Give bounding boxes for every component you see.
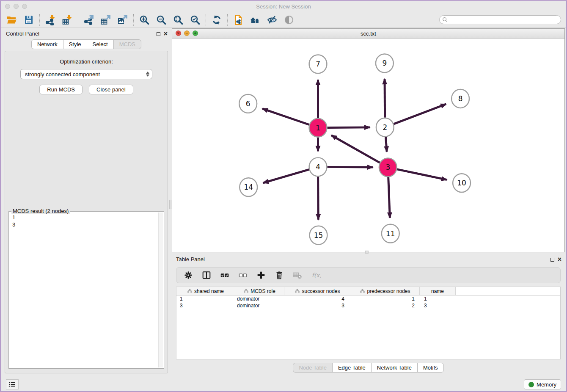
network-minimize-icon[interactable]: − xyxy=(184,30,190,36)
tab-select[interactable]: Select xyxy=(87,39,114,49)
tab-network[interactable]: Network xyxy=(31,39,63,49)
hide-selected-icon[interactable] xyxy=(266,14,278,26)
graph-node-15[interactable]: 15 xyxy=(310,226,328,245)
optimization-criterion-select[interactable]: strongly connected component xyxy=(20,69,152,79)
open-session-icon[interactable] xyxy=(6,14,18,26)
edge-3-11[interactable] xyxy=(388,177,390,218)
table-tab-network-table[interactable]: Network Table xyxy=(371,363,418,373)
table-cell[interactable]: dominator xyxy=(235,302,284,309)
graph-node-7[interactable]: 7 xyxy=(309,55,327,73)
export-table-icon[interactable] xyxy=(100,14,112,26)
edge-2-9[interactable] xyxy=(385,79,385,118)
refresh-view-icon[interactable] xyxy=(211,14,223,26)
column-header-successor-nodes[interactable]: successor nodes xyxy=(284,287,351,295)
run-mcds-button[interactable]: Run MCDS xyxy=(39,85,83,94)
table-cell[interactable]: 2 xyxy=(351,302,420,309)
float-table-panel-icon[interactable] xyxy=(550,258,554,262)
zoom-out-icon[interactable] xyxy=(155,14,167,26)
edge-4-15[interactable] xyxy=(318,177,319,220)
edge-3-1[interactable] xyxy=(331,135,380,163)
table-tab-node-table[interactable]: Node Table xyxy=(293,363,333,373)
delete-column-icon[interactable] xyxy=(274,270,285,281)
edge-1-6[interactable] xyxy=(262,109,309,125)
edge-1-2[interactable] xyxy=(327,127,370,128)
graph-node-3[interactable]: 3 xyxy=(379,158,397,177)
main-toolbar xyxy=(1,12,566,28)
save-session-icon[interactable] xyxy=(23,14,35,26)
table-cell[interactable]: 3 xyxy=(176,302,235,309)
graph-node-4[interactable]: 4 xyxy=(309,157,327,176)
export-image-icon[interactable] xyxy=(117,14,129,26)
table-cell[interactable]: 1 xyxy=(351,295,420,302)
graph-node-6[interactable]: 6 xyxy=(239,94,257,113)
minimize-window-icon[interactable] xyxy=(14,4,19,9)
task-history-button[interactable] xyxy=(6,379,19,389)
graph-node-10[interactable]: 10 xyxy=(453,174,471,192)
table-cell[interactable]: 3 xyxy=(284,302,351,309)
import-table-icon[interactable] xyxy=(61,14,73,26)
show-hidden-icon[interactable] xyxy=(283,14,295,26)
network-close-icon[interactable]: × xyxy=(176,30,181,36)
zoom-selected-icon[interactable] xyxy=(189,14,201,26)
delete-table-icon xyxy=(292,270,303,281)
edge-2-3[interactable] xyxy=(386,137,387,152)
table-header-row: shared nameMCDS rolesuccessor nodesprede… xyxy=(176,287,560,295)
graph-node-8[interactable]: 8 xyxy=(451,89,469,108)
splitter-grip-horizontal[interactable] xyxy=(365,251,369,254)
splitter-grip-vertical[interactable] xyxy=(169,200,172,209)
table-row[interactable]: 3dominator323 xyxy=(176,302,560,309)
table-cell[interactable]: dominator xyxy=(235,295,284,302)
close-table-panel-icon[interactable]: × xyxy=(558,257,561,262)
import-network-icon[interactable] xyxy=(44,14,56,26)
close-panel-button[interactable]: Close panel xyxy=(89,85,133,94)
maximize-window-icon[interactable] xyxy=(22,4,27,9)
graph-node-11[interactable]: 11 xyxy=(382,224,399,243)
network-maximize-icon[interactable]: + xyxy=(193,30,198,36)
list-icon xyxy=(8,380,17,389)
search-input[interactable] xyxy=(439,15,561,24)
edge-2-8[interactable] xyxy=(394,104,446,124)
network-graph[interactable]: 1234678910111415 xyxy=(172,39,564,252)
export-network-icon[interactable] xyxy=(83,14,95,26)
settings-icon[interactable] xyxy=(183,270,194,281)
deselect-all-icon[interactable] xyxy=(237,270,248,281)
graph-node-14[interactable]: 14 xyxy=(239,178,257,196)
svg-text:1: 1 xyxy=(316,124,320,132)
tab-mcds[interactable]: MCDS xyxy=(113,39,141,49)
search-box xyxy=(439,15,561,24)
window-traffic-lights[interactable] xyxy=(5,4,27,9)
select-all-icon[interactable] xyxy=(219,270,230,281)
edge-4-14[interactable] xyxy=(263,169,309,183)
table-tab-motifs[interactable]: Motifs xyxy=(417,363,444,373)
mcds-result-text[interactable]: 1 3 xyxy=(10,213,158,367)
zoom-in-icon[interactable] xyxy=(138,14,150,26)
edge-4-3[interactable] xyxy=(327,167,373,167)
close-window-icon[interactable] xyxy=(5,4,10,9)
duplicate-network-icon[interactable] xyxy=(232,14,244,26)
add-column-icon[interactable] xyxy=(256,270,267,281)
graph-node-2[interactable]: 2 xyxy=(376,118,394,137)
table-cell[interactable]: 1 xyxy=(420,295,456,302)
first-neighbors-icon[interactable] xyxy=(249,14,261,26)
close-panel-icon[interactable]: × xyxy=(164,32,168,36)
result-scrollbar[interactable] xyxy=(158,213,163,367)
column-header-name[interactable]: name xyxy=(420,287,456,295)
graph-node-1[interactable]: 1 xyxy=(309,119,327,137)
zoom-fit-icon[interactable] xyxy=(172,14,184,26)
table-cell[interactable]: 3 xyxy=(420,302,456,309)
split-view-icon[interactable] xyxy=(201,270,212,281)
graph-node-9[interactable]: 9 xyxy=(376,54,394,72)
table-cell[interactable]: 4 xyxy=(284,295,351,302)
network-canvas[interactable]: 1234678910111415 xyxy=(172,39,564,252)
network-window-titlebar[interactable]: × − + scc.txt xyxy=(172,29,564,39)
table-tab-edge-table[interactable]: Edge Table xyxy=(332,363,372,373)
table-row[interactable]: 1dominator411 xyxy=(176,295,560,302)
tab-style[interactable]: Style xyxy=(63,39,87,49)
column-header-MCDS-role[interactable]: MCDS role xyxy=(235,287,284,295)
edge-3-10[interactable] xyxy=(397,169,447,180)
memory-button[interactable]: Memory xyxy=(524,379,561,389)
column-header-predecessor-nodes[interactable]: predecessor nodes xyxy=(351,287,420,295)
table-cell[interactable]: 1 xyxy=(176,295,235,302)
column-header-shared-name[interactable]: shared name xyxy=(176,287,235,295)
float-panel-icon[interactable] xyxy=(157,32,160,36)
